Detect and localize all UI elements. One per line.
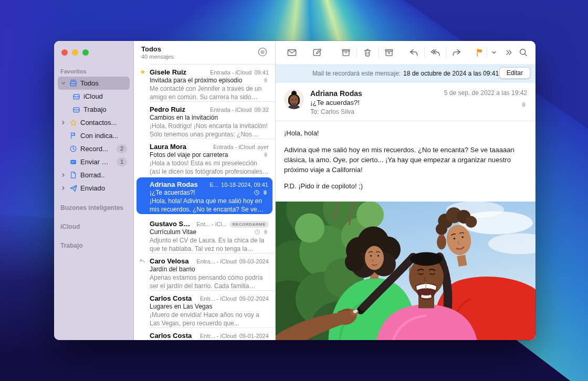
- sender-name: Adriana Rodas: [310, 89, 438, 98]
- message-sender: Gustavo Santana: [150, 220, 193, 228]
- chevron-right-icon[interactable]: [60, 120, 66, 125]
- sidebar-item-enviar-mas-tarde[interactable]: Enviar más... 1: [58, 155, 130, 168]
- list-item-selected[interactable]: Adriana Rodas E...10-18-2024, 09:41 ¡¿Te…: [136, 177, 272, 214]
- sidebar-item-label: Record...: [80, 145, 108, 153]
- sidebar-section-favorites: Favoritos: [54, 65, 133, 77]
- list-item[interactable]: Pedro Ruiz Entrada - iCloud09:32 Cambios…: [134, 101, 275, 139]
- window-controls: [61, 49, 89, 56]
- toolbar: [276, 41, 536, 64]
- message-subject: ¡¿Te acuerdas?!: [310, 99, 438, 107]
- reply-all-icon[interactable]: [430, 47, 441, 58]
- sidebar: Favoritos Todos iCloud Trabajo: [54, 41, 134, 340]
- edit-reminder-button[interactable]: Editar: [499, 67, 530, 79]
- message-subject: Invitada para el próximo episodio: [150, 77, 260, 84]
- message-sender: Carlos Costa: [150, 294, 197, 302]
- chevron-down-icon[interactable]: [60, 81, 66, 86]
- message-preview: ¡Muero de envidia! Hace años no voy a La…: [150, 311, 269, 327]
- sidebar-item-contactos[interactable]: Contactos...: [58, 116, 130, 129]
- message-subject: Fotos del viaje por carretera: [150, 151, 260, 158]
- body-paragraph: P.D. ¡Pido ir de copiloto! ;): [284, 182, 527, 192]
- avatar[interactable]: [284, 89, 304, 109]
- filter-icon[interactable]: [257, 47, 268, 57]
- list-item[interactable]: ★ Gisele Ruiz Entrada - iCloud09:41 Invi…: [134, 64, 275, 101]
- reminder-clock-icon: [254, 229, 260, 235]
- clock-icon: [69, 145, 78, 153]
- get-mail-icon[interactable]: [287, 47, 298, 58]
- list-item[interactable]: Caro Velosa Entra... - iCloud09-03-2024 …: [134, 253, 275, 290]
- message-mailbox: Entrada - iCloud: [213, 144, 255, 150]
- message-mailbox: E...: [210, 182, 219, 188]
- sidebar-section-trabajo[interactable]: Trabajo: [54, 232, 133, 251]
- close-button[interactable]: [61, 49, 68, 56]
- sidebar-item-icloud[interactable]: iCloud: [58, 90, 130, 103]
- message-mailbox: Entra... - iCloud: [196, 258, 236, 264]
- message-subject: ¡¿Te acuerdas?!: [150, 189, 251, 196]
- message-time: 10-18-2024, 09:41: [221, 182, 268, 188]
- body-paragraph: ¡Hola, hola!: [284, 129, 527, 139]
- archive-icon[interactable]: [341, 47, 351, 58]
- message-preview: Apenas estamos pensando cómo podría ser …: [150, 273, 269, 290]
- message-sender: Adriana Rodas: [150, 181, 207, 188]
- message-list-header: Todos 40 mensajes: [134, 41, 275, 64]
- sidebar-item-todos[interactable]: Todos: [58, 77, 130, 90]
- junk-icon[interactable]: [384, 47, 394, 58]
- reminder-badge: RECORDARME: [229, 221, 269, 228]
- sidebar-item-con-indicador[interactable]: Con indica...: [58, 129, 130, 142]
- flag-menu-chevron-icon[interactable]: [491, 50, 497, 55]
- replied-arrow-icon: [139, 258, 147, 264]
- message-time: 09:32: [254, 107, 269, 113]
- minimize-button[interactable]: [72, 49, 78, 56]
- list-item[interactable]: Laura Mora Entrada - iCloudayer Fotos de…: [134, 139, 275, 176]
- message-time: 09-03-2024: [239, 258, 269, 264]
- sidebar-section-smart-mailboxes[interactable]: Buzones inteligentes: [54, 195, 133, 214]
- sidebar-item-label: Todos: [80, 79, 99, 87]
- message-preview: Me contacté con Jennifer a través de un …: [150, 84, 269, 101]
- reply-icon[interactable]: [408, 47, 419, 58]
- message-preview: ¡Hola, Rodrigo! ¡Nos encanta la invitaci…: [150, 122, 269, 139]
- message-mailbox: Ent... - iCl...: [196, 221, 226, 227]
- message-time: 09:41: [254, 69, 269, 76]
- body-paragraph: Adivina qué me salió hoy en mis recuerdo…: [284, 145, 527, 175]
- star-icon: [69, 119, 78, 127]
- sidebar-item-label: Trabajo: [83, 105, 107, 113]
- paper-plane-icon: [69, 184, 78, 193]
- chevron-right-icon[interactable]: [60, 186, 66, 190]
- trash-icon[interactable]: [363, 48, 373, 58]
- mail-window: Favoritos Todos iCloud Trabajo: [54, 41, 536, 340]
- chevron-right-icon[interactable]: [60, 173, 66, 177]
- list-count: 40 mensajes: [141, 54, 269, 60]
- inbox-icon: [72, 105, 81, 114]
- more-toolbar-icon[interactable]: [505, 48, 513, 57]
- list-item[interactable]: Carlos Costa Entr... - iCloud09-02-2024 …: [134, 290, 275, 327]
- message-mailbox: Entrada - iCloud: [210, 69, 252, 76]
- sidebar-item-label: iCloud: [83, 92, 103, 100]
- sidebar-section-icloud[interactable]: iCloud: [54, 214, 133, 232]
- message-time: 09-01-2024: [239, 333, 269, 339]
- to-label: To:: [310, 108, 319, 115]
- zoom-button[interactable]: [82, 49, 89, 56]
- star-icon: ★: [139, 69, 147, 75]
- unread-badge: 1: [117, 157, 127, 166]
- message-date: 5 de sep. de 2022 a las 19:42: [444, 89, 527, 97]
- inbox-icon: [72, 92, 81, 101]
- sidebar-item-label: Enviado: [80, 184, 105, 192]
- sidebar-item-enviado[interactable]: Enviado: [58, 182, 130, 195]
- sidebar-item-trabajo[interactable]: Trabajo: [58, 103, 130, 116]
- attachment-paperclip-icon[interactable]: [444, 101, 527, 110]
- forward-icon[interactable]: [452, 47, 462, 58]
- message-sender: Gisele Ruiz: [150, 68, 207, 76]
- sidebar-item-label: Enviar más...: [80, 158, 114, 166]
- flag-icon[interactable]: [475, 48, 485, 58]
- list-item[interactable]: Gustavo Santana Ent... - iCl...RECORDARM…: [134, 216, 275, 253]
- document-icon: [69, 171, 78, 179]
- search-icon[interactable]: [519, 48, 529, 58]
- list-title: Todos: [141, 45, 269, 53]
- sidebar-item-recordatorios[interactable]: Record... 2: [58, 142, 130, 155]
- message-sender: Carlos Costa: [150, 332, 197, 340]
- photo-attachment[interactable]: [276, 202, 536, 340]
- sidebar-item-borradores[interactable]: Borrad..: [58, 168, 130, 182]
- message-preview: ¡Hola a todos! Esta es mi preselección (…: [150, 159, 269, 176]
- compose-icon[interactable]: [312, 47, 322, 58]
- list-item[interactable]: Carlos Costa Entr... - iCloud09-01-2024: [134, 327, 275, 340]
- message-mailbox: Entr... - iCloud: [200, 295, 237, 302]
